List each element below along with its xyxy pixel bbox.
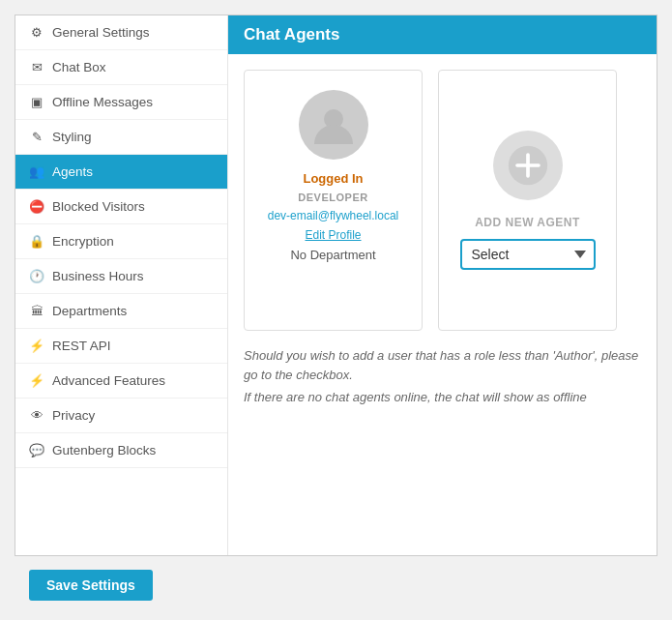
notice-text-2: If there are no chat agents online, the …	[244, 388, 641, 407]
agent-card: Logged In DEVELOPER dev-email@flywheel.l…	[244, 70, 423, 331]
encryption-icon: 🔒	[29, 234, 44, 249]
sidebar-item-rest-api[interactable]: ⚡REST API	[15, 329, 227, 364]
styling-icon: ✎	[29, 130, 44, 144]
sidebar-item-label: Departments	[52, 304, 127, 318]
sidebar-item-styling[interactable]: ✎Styling	[15, 120, 227, 155]
general-settings-icon: ⚙	[29, 25, 44, 40]
offline-messages-icon: ▣	[29, 95, 44, 109]
privacy-icon: 👁	[29, 408, 44, 423]
blocked-visitors-icon: ⛔	[29, 199, 44, 214]
add-agent-label: ADD NEW AGENT	[475, 216, 580, 229]
sidebar-item-business-hours[interactable]: 🕐Business Hours	[15, 259, 227, 294]
sidebar-item-chat-box[interactable]: ✉Chat Box	[15, 50, 227, 85]
sidebar-item-label: Gutenberg Blocks	[52, 443, 156, 458]
add-agent-icon	[493, 131, 563, 200]
agent-select[interactable]: SelectUser 1User 2User 3	[460, 239, 596, 270]
chat-box-icon: ✉	[29, 60, 44, 74]
agent-role: DEVELOPER	[298, 192, 367, 203]
sidebar: ⚙General Settings✉Chat Box▣Offline Messa…	[15, 15, 228, 555]
sidebar-item-encryption[interactable]: 🔒Encryption	[15, 224, 227, 259]
sidebar-item-label: Agents	[52, 164, 93, 179]
advanced-features-icon: ⚡	[29, 373, 44, 388]
sidebar-item-blocked-visitors[interactable]: ⛔Blocked Visitors	[15, 190, 227, 224]
sidebar-item-general-settings[interactable]: ⚙General Settings	[15, 15, 227, 50]
sidebar-item-agents[interactable]: 👥Agents	[15, 155, 227, 190]
agent-department: No Department	[290, 248, 375, 262]
edit-profile-link[interactable]: Edit Profile	[305, 228, 361, 242]
notice-text-1: Should you wish to add a user that has a…	[244, 346, 641, 384]
sidebar-item-label: Styling	[52, 130, 92, 144]
save-settings-button[interactable]: Save Settings	[29, 570, 153, 601]
sidebar-item-gutenberg-blocks[interactable]: 💬Gutenberg Blocks	[15, 433, 227, 468]
sidebar-item-privacy[interactable]: 👁Privacy	[15, 399, 227, 433]
agents-icon: 👥	[29, 164, 44, 179]
sidebar-item-label: Blocked Visitors	[52, 199, 145, 214]
sidebar-item-label: Encryption	[52, 234, 114, 249]
rest-api-icon: ⚡	[29, 339, 44, 353]
sidebar-item-label: Privacy	[52, 408, 95, 423]
sidebar-item-label: General Settings	[52, 25, 150, 40]
avatar	[299, 90, 368, 160]
business-hours-icon: 🕐	[29, 269, 44, 283]
sidebar-item-label: Offline Messages	[52, 95, 153, 109]
agent-email-link[interactable]: dev-email@flywheel.local	[268, 209, 399, 222]
sidebar-item-advanced-features[interactable]: ⚡Advanced Features	[15, 364, 227, 399]
page-footer: Save Settings	[15, 556, 657, 614]
agent-status: Logged In	[303, 171, 363, 186]
page-title: Chat Agents	[228, 15, 657, 54]
departments-icon: 🏛	[29, 304, 44, 318]
gutenberg-blocks-icon: 💬	[29, 443, 44, 458]
sidebar-item-label: Business Hours	[52, 269, 144, 283]
add-agent-card: ADD NEW AGENT SelectUser 1User 2User 3	[438, 70, 617, 331]
agents-row: Logged In DEVELOPER dev-email@flywheel.l…	[244, 70, 641, 331]
sidebar-item-departments[interactable]: 🏛Departments	[15, 294, 227, 329]
sidebar-item-label: Chat Box	[52, 60, 106, 74]
main-content: Chat Agents Logged In DEVELOPER dev-	[228, 15, 657, 555]
sidebar-item-offline-messages[interactable]: ▣Offline Messages	[15, 85, 227, 120]
select-wrapper: SelectUser 1User 2User 3	[460, 239, 596, 270]
sidebar-item-label: Advanced Features	[52, 373, 165, 388]
sidebar-item-label: REST API	[52, 339, 111, 353]
content-body: Logged In DEVELOPER dev-email@flywheel.l…	[228, 54, 657, 555]
